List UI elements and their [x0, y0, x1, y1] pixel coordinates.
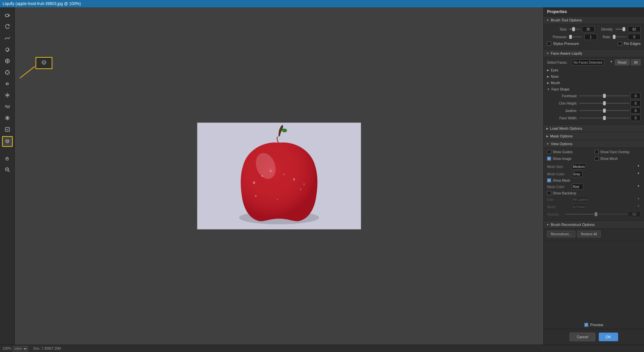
- use-row: Use: All Layers: [547, 196, 641, 202]
- cancel-button[interactable]: Cancel: [570, 333, 595, 341]
- show-image-checkbox[interactable]: [547, 157, 551, 161]
- size-input[interactable]: 35: [582, 26, 595, 32]
- show-image-row: Show Image: [547, 157, 593, 161]
- rate-slider[interactable]: [613, 37, 626, 37]
- show-mask-checkbox[interactable]: [547, 178, 551, 182]
- forehead-value: 0: [631, 93, 641, 99]
- svg-point-38: [277, 198, 278, 200]
- bottom-buttons: Cancel OK: [544, 329, 644, 345]
- face-aware-triangle: [546, 52, 549, 55]
- svg-point-34: [283, 173, 285, 175]
- smooth-tool[interactable]: [2, 33, 13, 44]
- stylus-pressure-label: Stylus Pressure: [553, 42, 579, 46]
- show-mesh-checkbox[interactable]: [595, 157, 599, 161]
- pucker-tool[interactable]: [2, 56, 13, 66]
- reconstruct-tool[interactable]: [2, 21, 13, 32]
- face-shape-header[interactable]: Face Shape: [547, 86, 641, 92]
- mask-color-select[interactable]: Red Green Blue: [572, 184, 583, 190]
- select-faces-dropdown[interactable]: No Faces Detected: [572, 59, 604, 65]
- mesh-size-select[interactable]: Medium Small Large: [572, 164, 586, 170]
- nose-label: Nose: [551, 75, 558, 78]
- nose-triangle: [547, 75, 549, 78]
- eyes-header[interactable]: Eyes: [547, 67, 641, 73]
- face-shape-triangle: [547, 88, 550, 91]
- use-select[interactable]: All Layers: [572, 196, 589, 202]
- reset-button[interactable]: Reset: [615, 59, 630, 65]
- twirl-clockwise-tool[interactable]: [2, 44, 13, 55]
- turbulence-tool[interactable]: [2, 101, 13, 112]
- reconstruct-button[interactable]: Reconstruct...: [547, 231, 575, 237]
- title-text: Liquify (apple-food-fruit-39803.jpg @ 10…: [3, 1, 81, 6]
- thaw-mask-tool[interactable]: [2, 124, 13, 135]
- brush-reconstruct-header[interactable]: Brush Reconstruct Options: [544, 221, 644, 229]
- show-face-overlay-checkbox[interactable]: [595, 150, 599, 154]
- jawline-row: Jawline: 0: [550, 108, 641, 114]
- zoom-select[interactable]: 100%: [13, 346, 28, 351]
- load-mesh-label: Load Mesh Options: [550, 126, 582, 130]
- opacity-input[interactable]: 50: [628, 211, 641, 217]
- mouth-label: Mouth: [551, 81, 560, 85]
- rate-label: Rate:: [599, 35, 611, 39]
- preview-checkbox[interactable]: [584, 323, 588, 327]
- size-slider[interactable]: [569, 29, 580, 30]
- bloat-tool[interactable]: [2, 67, 13, 78]
- face-width-label: Face Width:: [550, 116, 577, 120]
- right-panel: Properties Brush Tool Options Size: 35 D…: [543, 7, 644, 345]
- chin-height-slider[interactable]: [579, 103, 629, 104]
- brush-tool-options-body: Size: 35 Density: 82: [544, 24, 644, 50]
- mirror-tool[interactable]: [2, 90, 13, 101]
- face-tool[interactable]: [2, 136, 13, 147]
- jawline-value: 0: [631, 108, 641, 114]
- freeze-mask-tool[interactable]: [2, 113, 13, 123]
- all-button[interactable]: All: [631, 59, 641, 65]
- svg-point-36: [300, 188, 302, 190]
- mesh-color-select[interactable]: Gray Black White Red: [572, 171, 583, 177]
- canvas-area: [15, 7, 543, 345]
- forward-warp-tool[interactable]: [2, 10, 13, 21]
- mask-options-header[interactable]: Mask Options: [544, 132, 644, 140]
- load-mesh-header[interactable]: Load Mesh Options: [544, 125, 644, 132]
- mode-select[interactable]: In Front: [572, 204, 586, 210]
- mouth-header[interactable]: Mouth: [547, 80, 641, 86]
- mesh-color-row: Mesh Color: Gray Black White Red: [547, 171, 641, 177]
- size-slider-container: [569, 29, 580, 30]
- push-left-tool[interactable]: [2, 78, 13, 89]
- rate-input[interactable]: 0: [628, 34, 641, 40]
- brush-options-triangle: [546, 19, 549, 22]
- svg-point-39: [304, 183, 305, 185]
- face-width-slider[interactable]: [579, 118, 629, 118]
- mesh-color-label: Mesh Color:: [547, 172, 571, 176]
- main-layout: Properties Brush Tool Options Size: 35 D…: [0, 7, 644, 345]
- nose-header[interactable]: Nose: [547, 74, 641, 79]
- preview-row: Preview: [544, 321, 644, 329]
- mesh-color-wrapper: Gray Black White Red: [572, 171, 641, 177]
- density-input[interactable]: 82: [628, 26, 641, 32]
- brush-tool-options-header[interactable]: Brush Tool Options: [544, 16, 644, 24]
- hand-tool[interactable]: [2, 153, 13, 164]
- restore-all-button[interactable]: Restore All: [577, 231, 601, 237]
- pin-edges-checkbox[interactable]: [618, 42, 622, 46]
- density-slider[interactable]: [615, 29, 626, 30]
- forehead-slider[interactable]: [579, 96, 629, 96]
- face-aware-label: Face-Aware Liquify: [551, 51, 582, 55]
- show-image-label: Show Image: [553, 157, 572, 161]
- show-face-overlay-row: Show Face Overlay: [595, 150, 641, 154]
- show-guides-checkbox[interactable]: [547, 150, 551, 154]
- left-toolbar: [0, 7, 15, 345]
- svg-point-26: [45, 62, 45, 62]
- mouth-triangle: [547, 81, 549, 84]
- view-options-header[interactable]: View Options: [544, 140, 644, 148]
- mode-label: Mode:: [547, 205, 571, 209]
- ok-button[interactable]: OK: [599, 333, 618, 341]
- show-backdrop-checkbox[interactable]: [547, 191, 551, 195]
- select-faces-row: Select Faces: No Faces Detected Reset Al…: [547, 59, 641, 65]
- doc-info: Doc: 7.39M/7.39M: [34, 347, 61, 350]
- jawline-slider[interactable]: [579, 110, 629, 111]
- chin-height-row: Chin Height: 0: [550, 100, 641, 106]
- stylus-pressure-checkbox[interactable]: [547, 42, 551, 46]
- pressure-input[interactable]: 1: [584, 34, 597, 40]
- face-aware-header[interactable]: Face-Aware Liquify: [544, 50, 644, 57]
- zoom-tool[interactable]: [2, 164, 13, 175]
- pressure-slider[interactable]: [569, 37, 582, 37]
- mask-options-triangle: [546, 135, 548, 138]
